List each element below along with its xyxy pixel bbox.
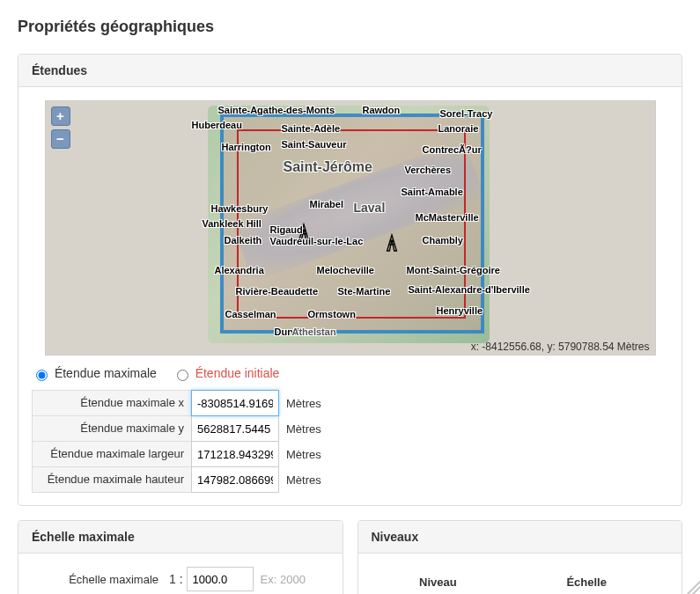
extent-initial-rectangle[interactable] [237,129,466,319]
extent-initial-radio-label[interactable]: Étendue initiale [173,366,280,380]
extent-w-unit: Mètres [279,448,321,461]
extent-max-radio-label[interactable]: Étendue maximale [32,366,160,380]
extent-x-input[interactable] [191,390,279,416]
extent-x-unit: Mètres [279,397,321,410]
levels-col-scale: Échelle [505,570,668,594]
map[interactable]: + − Sainte-Agathe-des-Monts Rawdon Sorel… [45,100,656,356]
zoom-in-button[interactable]: + [51,106,70,126]
map-cursor-coords: x: -8412556.68, y: 5790788.54 Mètres [471,341,650,353]
extents-heading: Étendues [18,55,682,87]
extent-max-radio[interactable] [36,370,48,381]
scale-heading: Échelle maximale [18,521,343,554]
levels-heading: Niveaux [358,521,682,554]
map-surface: Sainte-Agathe-des-Monts Rawdon Sorel-Tra… [46,101,655,355]
levels-panel: Niveaux Niveau Échelle 1 1:4367830 [357,520,683,594]
levels-table: Niveau Échelle 1 1:4367830 [372,570,669,594]
extent-w-label: Étendue maximale largeur [32,441,192,467]
extent-h-unit: Mètres [279,473,321,487]
extent-y-input[interactable] [191,415,279,442]
extent-y-unit: Mètres [279,422,321,436]
page-title: Propriétés géographiques [18,18,682,36]
scale-prefix: 1 : [166,572,187,586]
extent-max-text: Étendue maximale [55,366,157,380]
zoom-out-button[interactable]: − [51,129,70,149]
scale-hint: Ex: 2000 [254,573,306,586]
extent-x-label: Étendue maximale x [32,390,192,416]
extent-y-label: Étendue maximale y [32,415,192,442]
extent-initial-text: Étendue initiale [195,366,280,380]
scale-max-label: Échelle maximale [32,573,166,586]
levels-col-level: Niveau [372,570,505,594]
extent-initial-radio[interactable] [177,370,188,381]
extent-w-input[interactable] [191,441,279,467]
scale-panel: Échelle maximale Échelle maximale 1 : Ex… [18,520,343,594]
extent-h-label: Étendue maximale hauteur [32,466,192,493]
extent-h-input[interactable] [191,466,279,493]
scale-max-input[interactable] [187,567,254,591]
extents-panel: Étendues + − Sainte-Agathe-des-Monts Raw… [18,54,682,506]
resize-handle[interactable] [686,580,700,594]
